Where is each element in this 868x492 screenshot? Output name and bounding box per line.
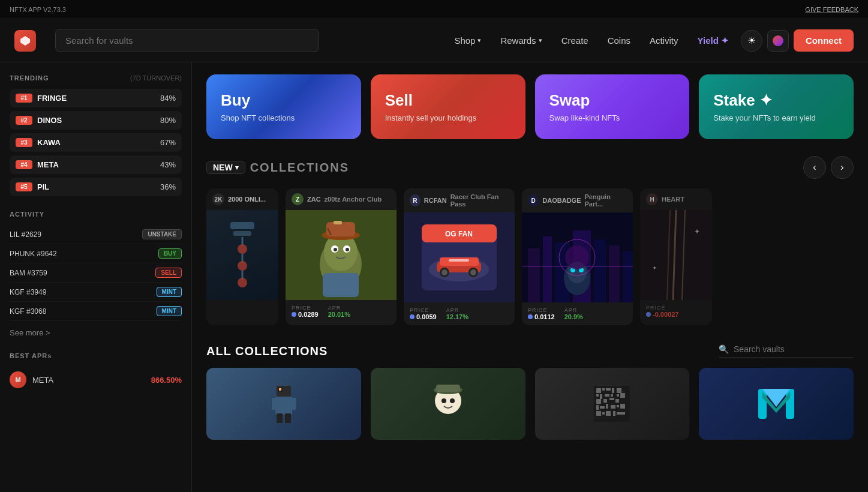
activity-list: LIL #2629 UNSTAKE PHUNK #9642 BUY BAM #3… (10, 225, 182, 321)
new-badge[interactable]: NEW ▾ (206, 161, 245, 174)
apr-name-1: META (32, 376, 145, 385)
activity-name-1: LIL #2629 (10, 230, 41, 239)
svg-rect-88 (617, 405, 619, 407)
vault-heart-header: H HEART (640, 188, 712, 210)
carousel-prev-button[interactable]: ‹ (803, 156, 826, 179)
see-more-link[interactable]: See more > (10, 328, 50, 337)
eth-icon-2 (410, 314, 415, 319)
carousel-next-button[interactable]: › (831, 156, 854, 179)
activity-section-header: ACTIVITY (10, 211, 182, 218)
feedback-link[interactable]: GIVE FEEDBACK (805, 6, 858, 13)
vault-rcfan-avatar: R (410, 194, 421, 206)
trending-item-4[interactable]: #4 META 43% (10, 155, 182, 174)
svg-rect-57 (279, 388, 281, 391)
wallet-button[interactable] (767, 30, 789, 52)
sun-icon: ☀ (747, 35, 756, 46)
rank-badge-1: #1 (16, 94, 32, 103)
nav-shop[interactable]: Shop ▾ (447, 31, 488, 50)
stake-card-subtitle: Stake your NFTs to earn yield (713, 113, 839, 122)
sidebar: TRENDING (7D TURNOVER) #1 FRINGE 84% #2 … (0, 62, 192, 492)
rewards-chevron-icon: ▾ (539, 37, 542, 44)
trending-list: #1 FRINGE 84% #2 DINOS 80% #3 KAWA 67% #… (10, 89, 182, 196)
svg-point-66 (441, 398, 446, 403)
apr-item-1[interactable]: M META 866.50% (10, 367, 182, 393)
vault-card-rcfan[interactable]: R RCFAN Racer Club Fan Pass OG FAN (404, 188, 515, 325)
trending-pct-3: 67% (160, 138, 176, 147)
swap-card-subtitle: Swap like-kind NFTs (549, 113, 675, 122)
svg-text:✦: ✦ (694, 227, 700, 236)
vault-dao-price: PRICE 0.0112 (528, 307, 555, 320)
nav-coins[interactable]: Coins (600, 31, 638, 50)
svg-rect-32 (449, 259, 469, 262)
vault-dao-header: D DAOBADGE Penguin Part... (522, 188, 633, 212)
nav-rewards[interactable]: Rewards ▾ (493, 31, 549, 50)
collection-card-1[interactable] (206, 368, 361, 440)
vault-dao-avatar: D (528, 194, 539, 206)
svg-rect-92 (606, 411, 611, 416)
activity-item-1: LIL #2629 UNSTAKE (10, 225, 182, 244)
stake-card[interactable]: Stake ✦ Stake your NFTs to earn yield (699, 74, 854, 139)
trending-name-1: FRINGE (37, 94, 155, 103)
svg-rect-19 (334, 221, 342, 224)
vault-card-daobadge[interactable]: D DAOBADGE Penguin Part... (522, 188, 633, 325)
vault-heart-price: PRICE -0.00027 (646, 305, 678, 318)
theme-toggle-button[interactable]: ☀ (741, 30, 762, 52)
vault-card-zac[interactable]: Z ZAC z00tz Anchor Club (286, 188, 397, 325)
vault-card-heart[interactable]: H HEART ✦ ✦ (640, 188, 712, 325)
main-content: Buy Shop NFT collections Sell Instantly … (192, 62, 868, 492)
logo[interactable] (14, 30, 36, 52)
svg-rect-94 (617, 412, 625, 415)
collections-label: COLLECTIONS (250, 161, 349, 175)
collection-card-2[interactable] (371, 368, 525, 440)
trending-item-1[interactable]: #1 FRINGE 84% (10, 89, 182, 107)
trending-item-5[interactable]: #5 PIL 36% (10, 178, 182, 196)
search-input[interactable] (55, 29, 319, 52)
svg-rect-62 (285, 413, 291, 423)
turnover-label: (7D TURNOVER) (130, 74, 182, 82)
swap-card[interactable]: Swap Swap like-kind NFTs (535, 74, 690, 139)
collection-img-1 (206, 368, 361, 440)
activity-item-4: KGF #3949 MINT (10, 283, 182, 302)
vault-dao-apr: APR 20.9% (564, 307, 583, 320)
collection-card-3[interactable] (535, 368, 690, 440)
collection-card-4[interactable] (699, 368, 854, 440)
svg-point-15 (346, 248, 349, 251)
nav-activity[interactable]: Activity (642, 31, 686, 50)
eth-icon-3 (528, 314, 533, 319)
vault-partial-header: 2K 2000 ONLI... (206, 188, 278, 210)
trending-item-2[interactable]: #2 DINOS 80% (10, 111, 182, 130)
vault-card-partial-left[interactable]: 2K 2000 ONLI... (206, 188, 278, 325)
best-aprs-label: BEST APRs (10, 352, 52, 359)
vault-zac-avatar: Z (292, 193, 304, 205)
svg-rect-80 (596, 399, 601, 404)
action-cards: Buy Shop NFT collections Sell Instantly … (206, 74, 854, 139)
trending-item-3[interactable]: #3 KAWA 67% (10, 133, 182, 152)
sell-card[interactable]: Sell Instantly sell your holdings (371, 74, 525, 139)
buy-card[interactable]: Buy Shop NFT collections (206, 74, 361, 139)
vault-rcfan-apr: APR 12.17% (446, 307, 468, 320)
vault-partial-image (206, 210, 278, 300)
svg-rect-91 (602, 412, 605, 415)
activity-item-3: BAM #3759 SELL (10, 263, 182, 283)
vault-heart-avatar: H (646, 193, 658, 205)
collection-img-2 (371, 368, 525, 440)
nav-yield[interactable]: Yield ✦ (690, 31, 736, 51)
svg-rect-75 (600, 394, 602, 399)
sell-card-title: Sell (385, 91, 511, 110)
trending-name-5: PIL (37, 182, 155, 191)
vault-rcfan-footer: PRICE 0.0059 APR 12.17% (404, 302, 515, 325)
svg-rect-38 (594, 239, 606, 302)
connect-button[interactable]: Connect (794, 29, 854, 52)
all-collections-header: ALL COLLECTIONS 🔍 (206, 344, 854, 358)
vault-zac-footer: PRICE 0.0289 APR 20.01% (286, 300, 397, 323)
svg-point-47 (565, 245, 589, 269)
svg-rect-69 (596, 388, 601, 393)
vault-search-input[interactable] (734, 344, 854, 354)
svg-rect-78 (617, 394, 619, 397)
svg-rect-81 (603, 399, 607, 403)
buy-card-title: Buy (221, 91, 347, 110)
svg-text:OG FAN: OG FAN (445, 230, 473, 238)
svg-rect-82 (609, 398, 614, 400)
nav-create[interactable]: Create (554, 31, 596, 50)
apr-value-1: 866.50% (151, 376, 182, 385)
